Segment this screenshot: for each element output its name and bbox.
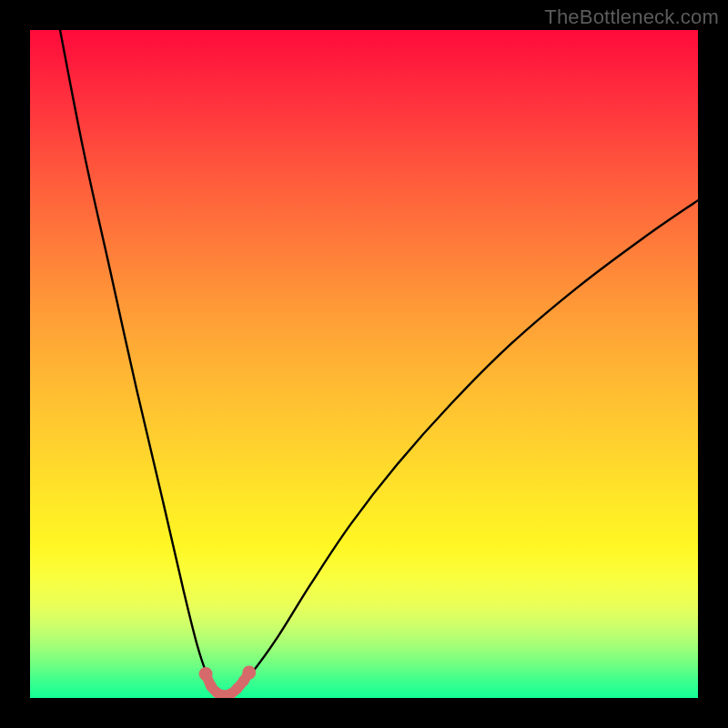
valley-dot	[199, 667, 213, 681]
right-curve	[225, 200, 698, 695]
plot-area	[30, 30, 698, 698]
valley-highlight-dots	[199, 666, 257, 698]
curve-layer	[30, 30, 698, 698]
valley-dot	[242, 666, 256, 680]
left-curve	[60, 30, 222, 695]
watermark-text: TheBottleneck.com	[544, 5, 719, 29]
chart-frame: TheBottleneck.com	[0, 0, 728, 728]
